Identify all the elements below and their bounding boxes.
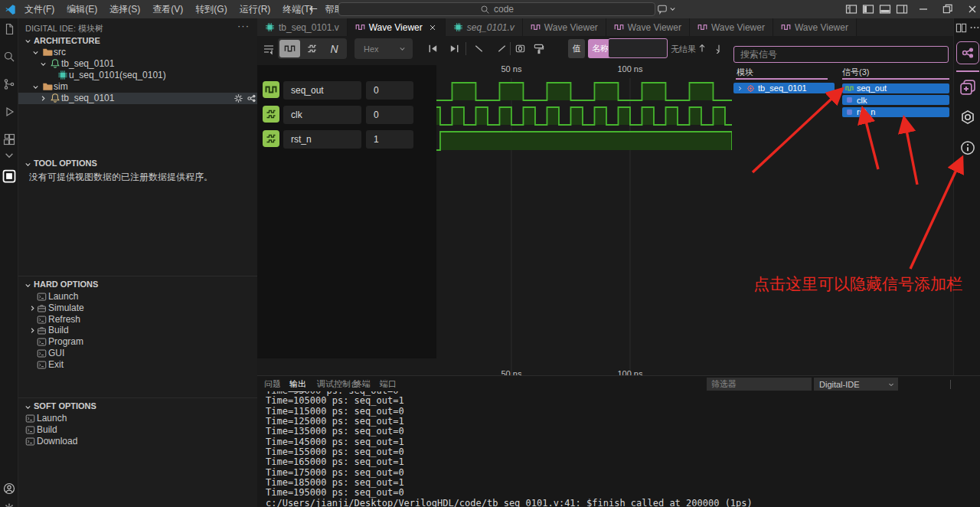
netlist-link-icon[interactable] xyxy=(247,93,256,103)
radix-select[interactable]: Hex xyxy=(354,38,413,59)
account-icon[interactable] xyxy=(3,482,15,495)
tree-header-architecture[interactable]: ARCHITECTURE xyxy=(18,35,257,47)
toggle-secondary-sidebar-icon[interactable] xyxy=(896,3,908,15)
signal-name[interactable]: seq_out xyxy=(283,81,361,100)
module-item[interactable]: tb_seq_0101 xyxy=(733,83,835,93)
nav-back-icon[interactable] xyxy=(308,3,319,15)
output-channel-select[interactable]: Digital-IDE xyxy=(814,378,898,391)
signal-name[interactable]: rst_n xyxy=(283,130,361,149)
nav-forward-icon[interactable] xyxy=(323,3,335,15)
toggle-sidebar-icon[interactable] xyxy=(862,3,874,15)
chevron-right-icon xyxy=(737,85,743,92)
hard-option-exit[interactable]: Exit xyxy=(18,359,257,371)
tree-item[interactable]: src xyxy=(18,47,257,58)
restore-icon[interactable] xyxy=(942,3,953,15)
tab-tb-seq-0101-v[interactable]: tb_seq_0101.v xyxy=(257,18,348,36)
digital-ide-view-icon[interactable] xyxy=(2,168,17,184)
paint-icon[interactable] xyxy=(533,43,544,54)
falling-edge-icon[interactable] xyxy=(473,43,485,54)
section-tool-options[interactable]: TOOL OPTIONS xyxy=(34,159,97,168)
minimize-icon[interactable] xyxy=(917,3,929,15)
netlist-view-icon[interactable] xyxy=(956,41,979,64)
wave-search-input[interactable] xyxy=(608,38,668,58)
settings-nut-icon[interactable] xyxy=(960,110,975,125)
search-view-icon[interactable] xyxy=(3,51,15,63)
zero-marker-icon[interactable] xyxy=(514,43,526,54)
signal-name[interactable]: clk xyxy=(283,106,361,124)
chevron-down-icon xyxy=(398,44,407,53)
skip-end-icon[interactable] xyxy=(449,43,460,54)
panel-tab-1[interactable]: 输出 xyxy=(289,378,306,392)
gear-icon[interactable] xyxy=(234,93,243,103)
signal-item-seq_out[interactable]: seq_out xyxy=(842,83,949,93)
signal-item-rst_n[interactable]: rst_n xyxy=(842,107,949,117)
panel-tab-2[interactable]: 调试控制台 xyxy=(317,378,359,390)
editor-more-actions-icon[interactable] xyxy=(969,22,980,33)
hard-option-program[interactable]: Program xyxy=(18,336,257,348)
menu-item-1[interactable]: 编辑(E) xyxy=(60,0,103,18)
layout-customize-icon[interactable] xyxy=(845,3,858,15)
signal-item-clk[interactable]: clk xyxy=(842,95,949,105)
command-center[interactable]: code xyxy=(338,2,655,16)
tree-item[interactable]: sim xyxy=(18,81,257,93)
step-mode-button[interactable] xyxy=(302,40,322,57)
panel-tab-4[interactable]: 端口 xyxy=(380,378,397,390)
tree-item[interactable]: tb_seq_0101 xyxy=(18,58,257,70)
tree-item[interactable]: tb_seq_0101 xyxy=(18,93,257,104)
split-editor-icon[interactable] xyxy=(956,22,967,34)
pulse-mode-button[interactable] xyxy=(279,40,300,57)
close-window-icon[interactable] xyxy=(966,3,978,15)
panel-filter-input[interactable]: 筛选器 xyxy=(707,378,812,391)
wave-canvas[interactable]: 50 ns50 ns100 ns100 ns xyxy=(436,61,732,375)
chat-icon[interactable] xyxy=(657,4,668,15)
section-soft-options[interactable]: SOFT OPTIONS xyxy=(34,401,96,411)
tab-wave-viewer[interactable]: Wave Viewer xyxy=(523,18,606,36)
tab-wave-viewer[interactable]: Wave Viewer xyxy=(348,18,446,36)
soft-option-build[interactable]: Build xyxy=(18,424,257,436)
hard-option-refresh[interactable]: Refresh xyxy=(18,314,257,325)
close-tab-icon[interactable] xyxy=(428,23,437,32)
tab-wave-viewer[interactable]: Wave Viewer xyxy=(690,18,773,36)
menu-item-0[interactable]: 文件(F) xyxy=(18,0,60,18)
settings-gear-icon[interactable] xyxy=(3,502,15,507)
tab-wave-viewer[interactable]: Wave Viewer xyxy=(773,18,857,36)
hard-option-build[interactable]: Build xyxy=(18,325,257,336)
info-icon[interactable] xyxy=(960,140,975,155)
tree-item[interactable]: u_seq_0101(seq_0101) xyxy=(18,70,257,81)
menu-item-2[interactable]: 选择(S) xyxy=(103,0,146,18)
extensions-icon[interactable] xyxy=(3,133,15,146)
menu-item-5[interactable]: 运行(R) xyxy=(234,0,277,18)
menu-item-3[interactable]: 查看(V) xyxy=(146,0,189,18)
signal-column-header: 信号(3) xyxy=(842,67,869,78)
hard-option-simulate[interactable]: Simulate xyxy=(18,303,257,314)
active-tool-underline xyxy=(956,70,979,72)
rising-edge-icon[interactable] xyxy=(496,43,508,54)
more-views-chevron-icon[interactable] xyxy=(4,150,15,161)
menu-item-4[interactable]: 转到(G) xyxy=(189,0,233,18)
soft-option-download[interactable]: Download xyxy=(18,436,257,447)
soft-option-launch[interactable]: Launch xyxy=(18,413,257,424)
analog-mode-button[interactable]: N xyxy=(324,40,345,57)
hard-option-launch[interactable]: Launch xyxy=(18,291,257,303)
explorer-icon[interactable] xyxy=(3,23,15,35)
skip-start-icon[interactable] xyxy=(427,43,439,54)
arrow-down-icon[interactable] xyxy=(714,43,724,54)
run-debug-icon[interactable] xyxy=(3,106,15,118)
arrow-up-icon[interactable] xyxy=(697,43,707,54)
output-console[interactable]: Time=95000 ps: seq_out=0 Time=105000 ps:… xyxy=(266,386,753,507)
chevron-down-icon[interactable] xyxy=(668,5,677,13)
signal-search-input[interactable]: 搜索信号 xyxy=(733,46,949,63)
add-signal-panel-icon[interactable] xyxy=(959,79,976,96)
section-hard-options[interactable]: HARD OPTIONS xyxy=(34,280,98,289)
hard-option-gui[interactable]: GUI xyxy=(18,348,257,359)
search-by-value-button[interactable]: 值 xyxy=(568,39,585,58)
toggle-panel-icon[interactable] xyxy=(879,3,891,15)
panel-tab-3[interactable]: 终端 xyxy=(354,378,371,390)
chevron-down-icon xyxy=(24,160,32,168)
source-control-icon[interactable] xyxy=(3,78,15,90)
tab-seq-0101-v[interactable]: seq_0101.v xyxy=(446,18,523,36)
sidebar-more-icon[interactable]: ··· xyxy=(237,20,250,31)
panel-tab-0[interactable]: 问题 xyxy=(264,378,281,390)
menu-icon[interactable] xyxy=(263,43,275,55)
tab-wave-viewer[interactable]: Wave Viewer xyxy=(606,18,690,36)
